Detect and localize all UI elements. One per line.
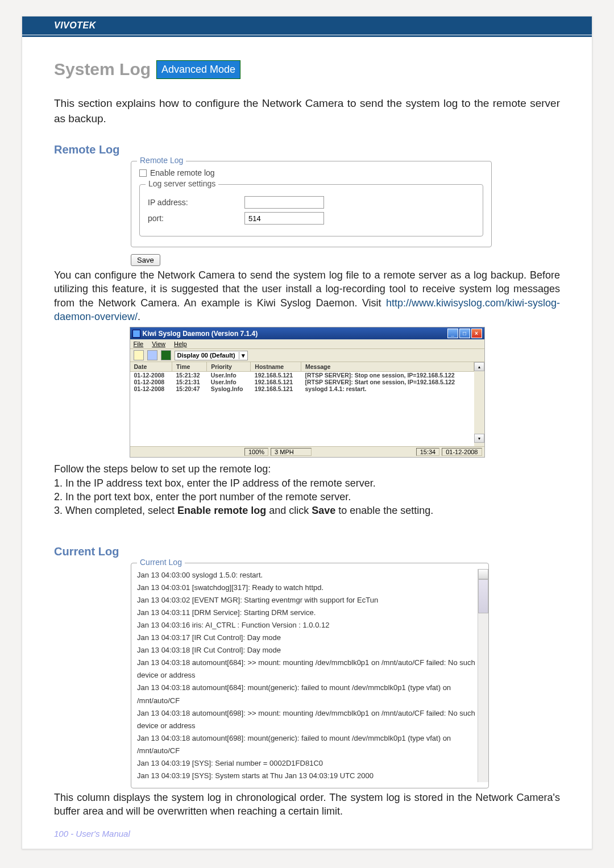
- ip-label: IP address:: [148, 198, 244, 207]
- cell: User.Info: [207, 372, 251, 379]
- th-date: Date: [130, 362, 172, 372]
- th-priority: Priority: [207, 362, 251, 372]
- close-button[interactable]: ×: [471, 329, 482, 338]
- desc-post: .: [138, 311, 140, 322]
- brand-text: VIVOTEK: [54, 20, 96, 30]
- log-server-legend: Log server settings: [146, 179, 218, 188]
- table-row: 01-12-2008 15:20:47 Syslog.Info 192.168.…: [130, 385, 474, 392]
- cell: syslogd 1.4.1: restart.: [301, 385, 474, 392]
- current-log-panel: Current Log Jan 13 04:03:00 syslogd 1.5.…: [131, 563, 489, 789]
- cell: 01-12-2008: [130, 379, 172, 385]
- cell: [RTSP SERVER]: Start one session, IP=192…: [301, 379, 474, 385]
- step-2: 2. In the port text box, enter the port …: [54, 490, 560, 504]
- kiwi-window: Kiwi Syslog Daemon (Version 7.1.4) _ □ ×…: [130, 327, 485, 458]
- table-row: 01-12-2008 15:21:32 User.Info 192.168.5.…: [130, 372, 474, 379]
- display-select[interactable]: Display 00 (Default) ▾: [175, 351, 248, 360]
- kiwi-empty-area: [130, 392, 474, 446]
- current-log-legend: Current Log: [137, 558, 185, 567]
- remote-log-legend: Remote Log: [137, 156, 186, 165]
- log-line: Jan 13 04:03:19 [SYS]: System starts at …: [137, 770, 475, 782]
- scroll-up-icon[interactable]: [478, 569, 488, 579]
- current-log-description: This column displays the system log in c…: [54, 791, 560, 819]
- cell: 15:20:47: [172, 385, 206, 392]
- remote-log-heading: Remote Log: [54, 143, 560, 156]
- save-area: Save: [131, 254, 492, 266]
- maximize-button[interactable]: □: [459, 329, 470, 338]
- kiwi-scrollbar[interactable]: ▴ ▾: [474, 362, 484, 446]
- log-line: Jan 13 04:03:02 [EVENT MGR]: Starting ev…: [137, 594, 475, 607]
- menu-file[interactable]: File: [134, 340, 144, 347]
- scroll-thumb[interactable]: [478, 579, 488, 613]
- chevron-down-icon: ▾: [239, 352, 245, 359]
- current-log-fieldset: Current Log Jan 13 04:03:00 syslogd 1.5.…: [131, 563, 489, 789]
- step-intro: Follow the steps below to set up the rem…: [54, 462, 560, 476]
- kiwi-toolbar: Display 00 (Default) ▾: [130, 349, 484, 362]
- kiwi-titlebar: Kiwi Syslog Daemon (Version 7.1.4) _ □ ×: [130, 327, 484, 339]
- scroll-up-icon[interactable]: ▴: [474, 362, 484, 371]
- log-line: Jan 13 04:03:18 [IR Cut Control]: Day mo…: [137, 644, 475, 657]
- current-log-body: Jan 13 04:03:00 syslogd 1.5.0: restart. …: [137, 569, 478, 783]
- toolbar-icon-1[interactable]: [134, 350, 144, 360]
- minimize-button[interactable]: _: [447, 329, 458, 338]
- doc-page: VIVOTEK System Log Advanced Mode This se…: [22, 16, 592, 849]
- brand-bar: VIVOTEK: [22, 16, 592, 35]
- cell: 192.168.5.121: [251, 379, 301, 385]
- current-log-scrollbar[interactable]: [478, 569, 488, 783]
- log-line: Jan 13 04:03:18 automount[684]: mount(ge…: [137, 682, 475, 707]
- kiwi-title: Kiwi Syslog Daemon (Version 7.1.4): [143, 330, 258, 338]
- menu-view[interactable]: View: [152, 340, 165, 347]
- s3b: Enable remote log: [177, 505, 266, 516]
- port-label: port:: [148, 214, 244, 223]
- cell: 15:21:32: [172, 372, 206, 379]
- s3e: to enable the setting.: [335, 505, 433, 516]
- status-date: 01-12-2008: [442, 448, 482, 456]
- content-area: System Log Advanced Mode This section ex…: [22, 37, 592, 819]
- cell: User.Info: [207, 379, 251, 385]
- cell: 01-12-2008: [130, 385, 172, 392]
- kiwi-statusbar: 100% 3 MPH 15:34 01-12-2008: [130, 446, 484, 457]
- kiwi-app-icon: [132, 330, 140, 338]
- log-line: Jan 13 04:03:01 [swatchdog][317]: Ready …: [137, 582, 475, 594]
- log-server-fieldset: Log server settings IP address: port:: [139, 184, 483, 236]
- kiwi-log-table: Date Time Priority Hostname Message 01-1…: [130, 362, 474, 392]
- intro-text: This section explains how to configure t…: [54, 96, 560, 126]
- cell: 192.168.5.121: [251, 372, 301, 379]
- s3d: Save: [312, 505, 335, 516]
- kiwi-table-area: Date Time Priority Hostname Message 01-1…: [130, 362, 484, 446]
- advanced-mode-badge: Advanced Mode: [156, 60, 240, 79]
- enable-remote-label: Enable remote log: [150, 168, 215, 177]
- step-1: 1. In the IP address text box, enter the…: [54, 476, 560, 490]
- toolbar-icon-2[interactable]: [147, 350, 157, 360]
- page-title: System Log: [54, 60, 151, 79]
- log-line: Jan 13 04:03:11 [DRM Service]: Starting …: [137, 607, 475, 619]
- port-row: port:: [148, 212, 475, 225]
- page-title-line: System Log Advanced Mode: [54, 60, 560, 79]
- step-3: 3. When completed, select Enable remote …: [54, 504, 560, 517]
- log-line: Jan 13 04:03:18 automount[684]: >> mount…: [137, 657, 475, 682]
- remote-log-fieldset: Remote Log Enable remote log Log server …: [131, 161, 492, 247]
- log-line: Jan 13 04:03:18 automount[698]: >> mount…: [137, 707, 475, 732]
- cell: Syslog.Info: [207, 385, 251, 392]
- cell: [RTSP SERVER]: Stop one session, IP=192.…: [301, 372, 474, 379]
- port-input[interactable]: [244, 212, 324, 225]
- status-mph: 3 MPH: [271, 448, 312, 456]
- remote-log-panel: Remote Log Enable remote log Log server …: [131, 161, 492, 266]
- menu-help[interactable]: Help: [174, 340, 187, 347]
- ip-input[interactable]: [244, 196, 324, 209]
- table-row: 01-12-2008 15:21:31 User.Info 192.168.5.…: [130, 379, 474, 385]
- remote-log-description: You can configure the Network Camera to …: [54, 268, 560, 323]
- scroll-down-icon[interactable]: ▾: [474, 434, 484, 443]
- status-pct: 100%: [244, 448, 268, 456]
- table-header-row: Date Time Priority Hostname Message: [130, 362, 474, 372]
- status-time: 15:34: [416, 448, 440, 456]
- setup-steps: Follow the steps below to set up the rem…: [54, 462, 560, 517]
- cell: 01-12-2008: [130, 372, 172, 379]
- save-button[interactable]: Save: [131, 254, 160, 266]
- th-time: Time: [172, 362, 206, 372]
- enable-remote-checkbox[interactable]: [139, 169, 147, 177]
- th-hostname: Hostname: [251, 362, 301, 372]
- toolbar-icon-3[interactable]: [161, 350, 171, 360]
- log-line: Jan 13 04:03:17 [IR Cut Control]: Day mo…: [137, 632, 475, 644]
- log-line: Jan 13 04:03:19 [SYS]: Serial number = 0…: [137, 757, 475, 770]
- log-line: Jan 13 04:03:18 automount[698]: mount(ge…: [137, 732, 475, 757]
